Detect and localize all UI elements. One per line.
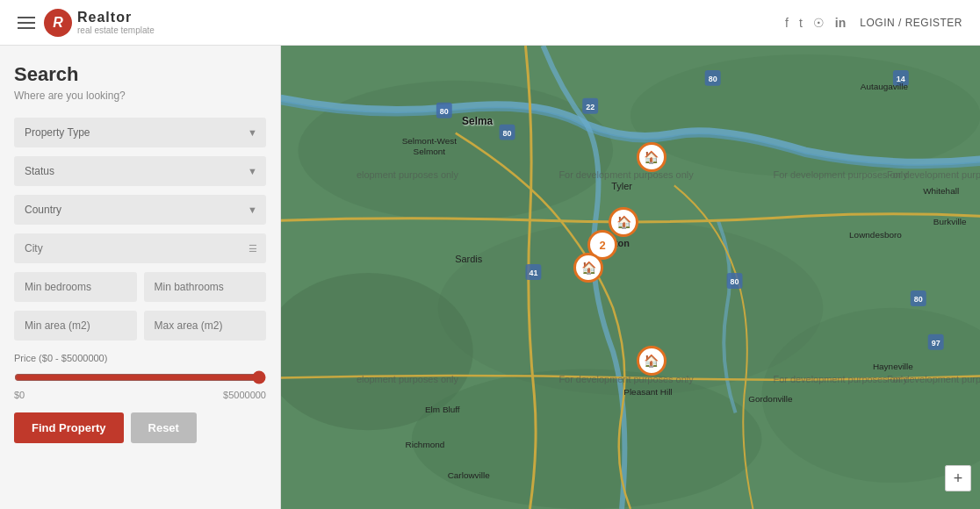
svg-point-3 [438, 220, 823, 395]
svg-text:80: 80 [503, 129, 512, 138]
price-slider[interactable] [14, 370, 266, 384]
svg-text:Lowndesboro: Lowndesboro [849, 230, 902, 240]
svg-text:Selma: Selma [462, 115, 494, 127]
property-type-group: Property Type House Apartment Villa Comm… [14, 118, 266, 147]
svg-text:Selmont-West: Selmont-West [402, 136, 458, 146]
hamburger-menu[interactable] [18, 17, 35, 29]
svg-text:97: 97 [932, 339, 940, 348]
city-wrapper: ☰ [14, 233, 266, 263]
status-wrapper: Status For Sale For Rent Sold ▼ [14, 156, 266, 186]
map-marker-4[interactable]: 🏠 [573, 253, 603, 283]
svg-text:Elm Bluff: Elm Bluff [425, 405, 460, 414]
login-register-link[interactable]: LOGIN / REGISTER [860, 17, 962, 29]
marker-house-icon-1: 🏠 [637, 142, 667, 172]
linkedin-icon[interactable]: in [835, 16, 846, 30]
svg-text:For development purposes only: For development purposes only [558, 169, 694, 180]
header-right: f t ☉ in LOGIN / REGISTER [785, 16, 962, 30]
country-select[interactable]: Country USA UK Canada [14, 195, 266, 225]
svg-text:elopment purposes only: elopment purposes only [357, 374, 459, 384]
header: R Realtor real estate template f t ☉ in … [0, 0, 980, 46]
map-marker-1[interactable]: 🏠 [637, 142, 667, 172]
svg-text:Autaugaville: Autaugaville [861, 82, 909, 91]
search-title: Search [14, 63, 266, 86]
price-range-labels: $0 $5000000 [14, 390, 266, 400]
brand-sub: real estate template [77, 25, 155, 35]
city-input[interactable] [14, 233, 266, 263]
twitter-icon[interactable]: t [799, 16, 803, 30]
price-label: Price ($0 - $5000000) [14, 353, 266, 363]
main-content: Search Where are you looking? Property T… [0, 46, 980, 509]
svg-text:For development purposes only: For development purposes only [887, 169, 980, 180]
sidebar: Search Where are you looking? Property T… [0, 46, 281, 509]
svg-text:Sardis: Sardis [455, 254, 483, 264]
map-svg: 80 80 80 14 80 97 22 41 80 Selma Selmont… [281, 46, 980, 509]
svg-text:80: 80 [440, 107, 449, 116]
header-left: R Realtor real estate template [18, 9, 155, 37]
svg-point-1 [298, 81, 613, 220]
svg-text:22: 22 [586, 103, 594, 111]
marker-house-icon-4: 🏠 [573, 253, 603, 283]
map-marker-5[interactable]: 🏠 [637, 346, 667, 376]
logo-text: Realtor real estate template [77, 10, 155, 35]
svg-text:Burkville: Burkville [933, 217, 967, 226]
price-max-label: $5000000 [223, 390, 266, 400]
zoom-in-button[interactable]: + [946, 466, 970, 491]
svg-text:For development purposes only: For development purposes only [887, 374, 980, 384]
svg-point-6 [412, 369, 761, 509]
zoom-controls: + [945, 465, 971, 491]
find-property-button[interactable]: Find Property [14, 412, 124, 443]
country-wrapper: Country USA UK Canada ▼ [14, 195, 266, 225]
country-group: Country USA UK Canada ▼ [14, 195, 266, 225]
svg-point-2 [631, 54, 980, 176]
svg-text:Pleasant Hill: Pleasant Hill [623, 387, 672, 397]
svg-text:Richmond: Richmond [405, 440, 444, 449]
min-bedrooms-input[interactable] [14, 272, 137, 302]
svg-text:Tyler: Tyler [611, 181, 632, 191]
search-subtitle: Where are you looking? [14, 90, 266, 102]
area-row [14, 311, 266, 341]
map-area: 80 80 80 14 80 97 22 41 80 Selma Selmont… [281, 46, 980, 509]
facebook-icon[interactable]: f [785, 16, 789, 30]
social-icons: f t ☉ in [785, 16, 846, 30]
price-min-label: $0 [14, 390, 25, 400]
svg-text:Carlowville: Carlowville [448, 470, 491, 480]
svg-text:80: 80 [709, 75, 717, 83]
logo-icon: R [44, 9, 72, 37]
price-section: Price ($0 - $5000000) $0 $5000000 [14, 353, 266, 400]
min-area-input[interactable] [14, 311, 137, 341]
svg-text:Selmont: Selmont [414, 147, 446, 156]
globe-icon[interactable]: ☉ [813, 16, 825, 30]
city-list-icon: ☰ [249, 243, 257, 254]
bedrooms-bathrooms-row [14, 272, 266, 302]
logo: R Realtor real estate template [44, 9, 155, 37]
reset-button[interactable]: Reset [131, 412, 197, 443]
svg-text:80: 80 [731, 277, 739, 286]
svg-text:80: 80 [914, 295, 923, 304]
svg-text:Gordonville: Gordonville [748, 394, 793, 404]
svg-text:Whitehall: Whitehall [923, 186, 959, 196]
svg-text:Hayneville: Hayneville [873, 362, 913, 371]
brand-name: Realtor [77, 10, 155, 25]
svg-text:elopment purposes only: elopment purposes only [357, 169, 459, 180]
marker-house-icon-5: 🏠 [637, 346, 667, 376]
status-group: Status For Sale For Rent Sold ▼ [14, 156, 266, 186]
city-group: ☰ [14, 233, 266, 263]
svg-text:For development purposes only: For development purposes only [558, 374, 694, 384]
min-bathrooms-input[interactable] [144, 272, 267, 302]
status-select[interactable]: Status For Sale For Rent Sold [14, 156, 266, 186]
property-type-select[interactable]: Property Type House Apartment Villa Comm… [14, 118, 266, 147]
max-area-input[interactable] [144, 311, 267, 341]
action-buttons: Find Property Reset [14, 412, 266, 443]
svg-text:41: 41 [529, 269, 537, 277]
property-type-wrapper: Property Type House Apartment Villa Comm… [14, 118, 266, 147]
